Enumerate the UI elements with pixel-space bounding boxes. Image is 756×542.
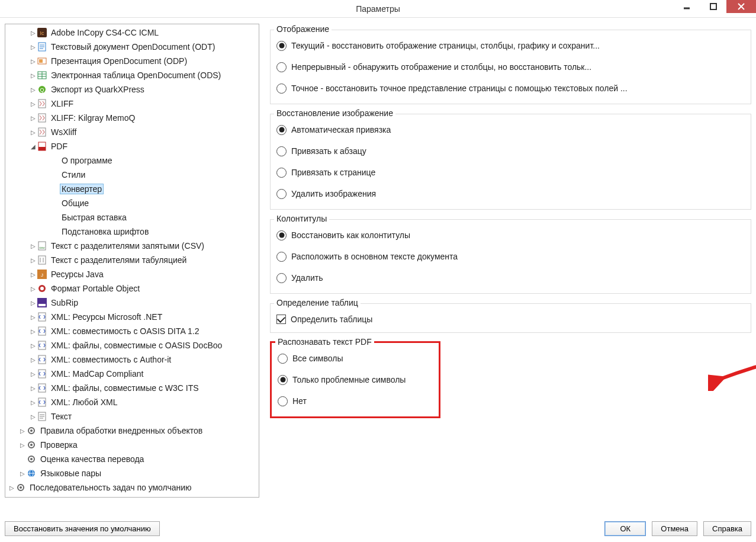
tree-item[interactable]: ▷JРесурсы Java [5, 267, 259, 281]
no-icon [48, 198, 57, 208]
checkbox-detect-tables[interactable]: Определить таблицы [276, 309, 745, 330]
radio-label: Непрерывный - обнаружить отображение и с… [291, 62, 591, 72]
tree-item[interactable]: ▷Последовательность задач по умолчанию [5, 480, 259, 495]
svg-rect-25 [38, 256, 46, 264]
tree-item[interactable]: ▷XML: совместимость с Author-it [5, 352, 259, 367]
group-legend-headfoot: Колонтитулы [274, 214, 329, 223]
expander-closed-icon[interactable]: ▷ [18, 442, 27, 448]
expander-closed-icon[interactable]: ▷ [29, 44, 37, 50]
incopy-icon: Ic [37, 28, 47, 37]
expander-closed-icon[interactable]: ▷ [29, 371, 37, 377]
radio-option[interactable]: Восстановить как колонтитулы [276, 225, 745, 246]
minimize-button[interactable] [673, 0, 700, 13]
tree-item[interactable]: ▷Проверка [5, 438, 259, 452]
tree-item[interactable]: Общие [5, 196, 259, 210]
expander-closed-icon[interactable]: ▷ [8, 485, 16, 491]
expander-closed-icon[interactable]: ▷ [29, 115, 37, 121]
tree-item[interactable]: ▷Презентация OpenDocument (ODP) [5, 54, 259, 68]
tree-item[interactable]: ▷Текст с разделителями табуляцией [5, 253, 259, 267]
tree-item[interactable]: ▷XLIFF: Kilgray MemoQ [5, 111, 259, 125]
expander-open-icon[interactable]: ◢ [29, 143, 37, 150]
tree-item[interactable]: ◢PDF [5, 139, 259, 153]
tree-item[interactable]: ▷Правила обработки внедренных объектов [5, 424, 259, 438]
radio-option[interactable]: Непрерывный - обнаружить отображение и с… [276, 56, 745, 78]
tree-item[interactable]: ▷Текст [5, 409, 259, 424]
expander-closed-icon[interactable]: ▷ [29, 357, 37, 363]
radio-option[interactable]: Точное - восстановить точное представлен… [276, 78, 745, 99]
no-icon [48, 213, 57, 222]
expander-closed-icon[interactable]: ▷ [29, 300, 37, 306]
tree-item[interactable]: ▷XML: MadCap Compliant [5, 367, 259, 381]
expander-closed-icon[interactable]: ▷ [29, 385, 37, 392]
svg-text:csv: csv [40, 246, 45, 249]
close-button[interactable] [726, 0, 756, 13]
tree-item[interactable]: ▷XML: файлы, совместимые с OASIS DocBoo [5, 338, 259, 352]
tree-item[interactable]: ▷Электронная таблица OpenDocument (ODS) [5, 68, 259, 82]
maximize-icon [710, 3, 717, 10]
radio-option[interactable]: Только проблемные символы [278, 369, 433, 390]
svg-rect-11 [39, 59, 43, 63]
expander-closed-icon[interactable]: ▷ [29, 129, 37, 136]
expander-closed-icon[interactable]: ▷ [29, 86, 37, 93]
tree-item[interactable]: ▷WsXliff [5, 125, 259, 139]
tree-item[interactable]: ▷XLIFF [5, 97, 259, 111]
expander-closed-icon[interactable]: ▷ [29, 286, 37, 292]
expander-closed-icon[interactable]: ▷ [29, 72, 37, 79]
expander-closed-icon[interactable]: ▷ [29, 413, 37, 420]
expander-closed-icon[interactable]: ▷ [29, 314, 37, 320]
expander-closed-icon[interactable]: ▷ [29, 328, 37, 335]
radio-option[interactable]: Расположить в основном тексте документа [276, 246, 745, 267]
tree-item[interactable]: ▷QЭкспорт из QuarkXPress [5, 82, 259, 97]
no-icon [48, 184, 57, 194]
ok-button[interactable]: ОК [604, 521, 646, 536]
tree-item[interactable]: Конвертер [5, 182, 259, 196]
tree-item-label: Стили [60, 169, 87, 180]
svg-point-31 [40, 287, 44, 290]
tree-item[interactable]: ▷SubRip [5, 296, 259, 310]
tree-item[interactable]: ▷Текстовый документ OpenDocument (ODT) [5, 40, 259, 54]
tree-item[interactable]: ▷XML: файлы, совместимые с W3C ITS [5, 381, 259, 395]
tree-item-label: Ресурсы Java [49, 269, 105, 280]
radio-option[interactable]: Удалить изображения [276, 183, 745, 204]
radio-option[interactable]: Привязать к абзацу [276, 140, 745, 162]
expander-closed-icon[interactable]: ▷ [29, 257, 37, 264]
maximize-button[interactable] [700, 0, 726, 13]
expander-closed-icon[interactable]: ▷ [29, 342, 37, 349]
group-display: Отображение Текущий - восстановить отобр… [270, 30, 751, 104]
expander-closed-icon[interactable]: ▷ [29, 30, 37, 36]
radio-option[interactable]: Нет [278, 390, 433, 412]
restore-defaults-button[interactable]: Восстановить значения по умолчанию [5, 521, 160, 536]
radio-option[interactable]: Текущий - восстановить отображение стран… [276, 35, 745, 56]
expander-closed-icon[interactable]: ▷ [29, 101, 37, 107]
tree-item[interactable]: Стили [5, 168, 259, 182]
tree-item[interactable]: ▷Формат Portable Object [5, 281, 259, 296]
tree-item[interactable]: ▷XML: Любой XML [5, 395, 259, 409]
tree-item[interactable]: ▷Языковые пары [5, 466, 259, 480]
expander-closed-icon[interactable]: ▷ [29, 243, 37, 249]
tree-item[interactable]: Подстановка шрифтов [5, 225, 259, 239]
tree-item[interactable]: ▷XML: Ресурсы Microsoft .NET [5, 310, 259, 324]
radio-option[interactable]: Все символы [278, 348, 433, 369]
radio-option[interactable]: Привязать к странице [276, 162, 745, 183]
radio-label: Расположить в основном тексте документа [291, 252, 458, 261]
radio-option[interactable]: Удалить [276, 267, 745, 288]
expander-closed-icon[interactable]: ▷ [29, 399, 37, 406]
tree-item[interactable]: О программе [5, 153, 259, 168]
radio-option[interactable]: Автоматическая привязка [276, 119, 745, 140]
tree-scroll[interactable]: ▷IcAdobe InCopy CS4-CC ICML▷Текстовый до… [5, 24, 259, 497]
help-button[interactable]: Справка [703, 521, 751, 536]
odp-icon [37, 56, 47, 66]
tree-item[interactable]: ▷IcAdobe InCopy CS4-CC ICML [5, 25, 259, 40]
tree-item[interactable]: Оценка качества перевода [5, 452, 259, 466]
expander-closed-icon[interactable]: ▷ [29, 271, 37, 278]
group-legend-ocr: Распознавать текст PDF [275, 337, 374, 347]
cancel-button[interactable]: Отмена [652, 521, 697, 536]
expander-closed-icon[interactable]: ▷ [18, 428, 27, 434]
tree-item[interactable]: ▷XML: совместимость с OASIS DITA 1.2 [5, 324, 259, 338]
expander-closed-icon[interactable]: ▷ [29, 58, 37, 65]
tree-item[interactable]: Быстрая вставка [5, 210, 259, 225]
xliff-icon [37, 127, 47, 137]
expander-closed-icon[interactable]: ▷ [18, 470, 27, 477]
tree-item-label: XML: файлы, совместимые с OASIS DocBoo [49, 340, 224, 351]
tree-item[interactable]: ▷csvТекст с разделителями запятыми (CSV) [5, 239, 259, 253]
